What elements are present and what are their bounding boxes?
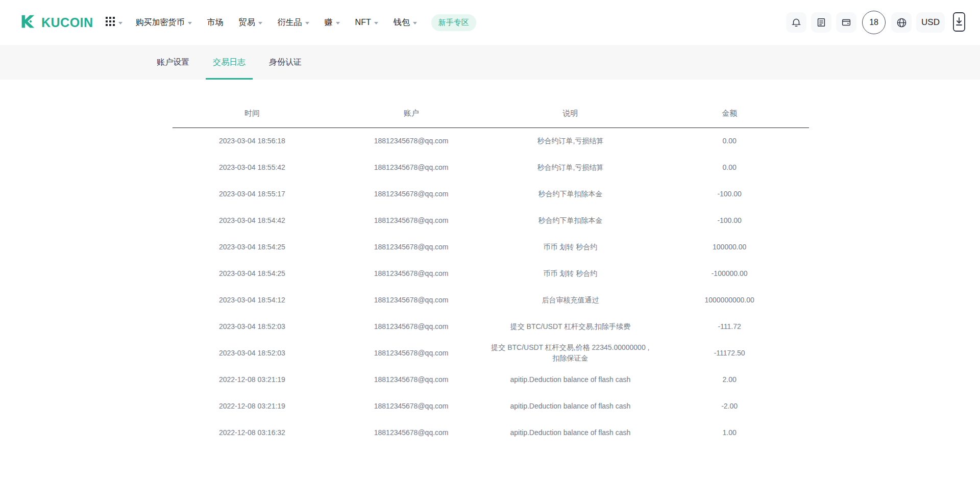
nav-item-2[interactable]: 贸易 (239, 17, 262, 28)
chevron-down-icon (305, 22, 309, 24)
description-cell: 秒合约订单,亏损结算 (491, 154, 650, 181)
table-row: 2023-03-04 18:55:1718812345678@qq.com秒合约… (173, 181, 809, 207)
time-cell: 2022-12-08 03:21:19 (173, 366, 332, 393)
table-row: 2023-03-04 18:54:4218812345678@qq.com秒合约… (173, 207, 809, 234)
bell-icon (791, 17, 802, 28)
table-row: 2023-03-04 18:56:1818812345678@qq.com秒合约… (173, 128, 809, 154)
cell-text: 2.00 (723, 375, 737, 384)
description-cell: 提交 BTC/USDT 杠杆交易,扣除手续费 (491, 313, 650, 340)
cell-text: -100000.00 (712, 269, 748, 277)
nav-item-1[interactable]: 市场 (207, 17, 224, 28)
description-cell: 后台审核充值通过 (491, 287, 650, 313)
table-row: 2023-03-04 18:54:1218812345678@qq.com后台审… (173, 287, 809, 313)
app-download-button[interactable] (951, 11, 967, 35)
nav-item-4[interactable]: 赚 (325, 17, 340, 28)
nav-item-3[interactable]: 衍生品 (278, 17, 309, 28)
cell-text: 18812345678@qq.com (374, 216, 449, 224)
cell-text: apitip.Deduction balance of flash cash (510, 372, 630, 388)
description-cell: 秒合约订单,亏损结算 (491, 128, 650, 154)
table-row: 2022-12-08 03:21:1918812345678@qq.comapi… (173, 393, 809, 419)
tab-1[interactable]: 交易日志 (206, 45, 253, 80)
newbie-zone-badge[interactable]: 新手专区 (431, 14, 476, 31)
column-header: 金额 (650, 100, 809, 128)
cell-text: 18812345678@qq.com (374, 243, 449, 251)
cell-text: 0.00 (723, 137, 737, 145)
description-cell: 币币 划转 秒合约 (491, 234, 650, 260)
assets-button[interactable] (836, 12, 856, 33)
account-cell: 18812345678@qq.com (332, 207, 491, 234)
tab-0[interactable]: 账户设置 (150, 45, 197, 80)
amount-cell: 1000000000.00 (650, 287, 809, 313)
cell-text: 2023-03-04 18:55:17 (219, 190, 285, 198)
cell-text: 秒合约订单,亏损结算 (537, 133, 603, 149)
account-cell: 18812345678@qq.com (332, 154, 491, 181)
description-cell: apitip.Deduction balance of flash cash (491, 393, 650, 419)
cell-text: 后台审核充值通过 (542, 292, 599, 308)
cell-text: 币币 划转 秒合约 (543, 239, 597, 255)
cell-text: 2023-03-04 18:56:18 (219, 137, 285, 145)
account-cell: 18812345678@qq.com (332, 260, 491, 287)
chevron-down-icon (413, 22, 417, 24)
nav-item-label: NFT (355, 18, 371, 27)
cell-text: -100.00 (717, 190, 741, 198)
cell-text: 18812345678@qq.com (374, 322, 449, 331)
nav-item-label: 购买加密货币 (136, 17, 185, 28)
cell-text: 18812345678@qq.com (374, 163, 449, 171)
apps-grid-button[interactable] (106, 17, 122, 29)
nav-item-label: 衍生品 (278, 17, 302, 28)
time-cell: 2022-12-08 03:21:19 (173, 393, 332, 419)
avatar[interactable]: 18 (862, 11, 886, 34)
chevron-down-icon (188, 22, 192, 24)
nav-item-5[interactable]: NFT (355, 18, 378, 27)
time-cell: 2023-03-04 18:54:25 (173, 260, 332, 287)
nav-item-label: 市场 (207, 17, 224, 28)
cell-text: 18812345678@qq.com (374, 428, 449, 437)
tab-bar: 账户设置交易日志身份认证 (0, 45, 980, 80)
time-cell: 2023-03-04 18:52:03 (173, 313, 332, 340)
account-cell: 18812345678@qq.com (332, 287, 491, 313)
chevron-down-icon (258, 22, 262, 24)
language-button[interactable] (891, 12, 912, 33)
cell-text: apitip.Deduction balance of flash cash (510, 398, 630, 414)
time-cell: 2023-03-04 18:55:42 (173, 154, 332, 181)
nav-item-label: 赚 (325, 17, 333, 28)
cell-text: 提交 BTC/USDT 杠杆交易,价格 22345.00000000 ,扣除保证… (491, 340, 650, 366)
table-row: 2023-03-04 18:52:0318812345678@qq.com提交 … (173, 340, 809, 366)
cell-text: 秒合约下单扣除本金 (538, 186, 602, 202)
cell-text: 提交 BTC/USDT 杠杆交易,扣除手续费 (510, 319, 630, 335)
cell-text: 2023-03-04 18:54:25 (219, 243, 285, 251)
chevron-down-icon (374, 22, 378, 24)
cell-text: 18812345678@qq.com (374, 137, 449, 145)
table-row: 2022-12-08 03:16:3218812345678@qq.comapi… (173, 419, 809, 446)
time-cell: 2023-03-04 18:54:42 (173, 207, 332, 234)
amount-cell: 0.00 (650, 154, 809, 181)
nav-item-6[interactable]: 钱包 (394, 17, 417, 28)
cell-text: 2023-03-04 18:54:25 (219, 269, 285, 277)
chevron-down-icon (118, 22, 122, 24)
cell-text: 18812345678@qq.com (374, 269, 449, 277)
account-cell: 18812345678@qq.com (332, 128, 491, 154)
column-header: 说明 (491, 100, 650, 128)
cell-text: 2022-12-08 03:16:32 (219, 428, 285, 437)
account-cell: 18812345678@qq.com (332, 313, 491, 340)
nav-item-label: 钱包 (394, 17, 410, 28)
notifications-button[interactable] (786, 12, 806, 33)
transaction-log-table: 时间账户说明金额 2023-03-04 18:56:1818812345678@… (173, 100, 809, 446)
tab-2[interactable]: 身份认证 (262, 45, 309, 80)
table-header-row: 时间账户说明金额 (173, 100, 809, 128)
orders-button[interactable] (811, 12, 831, 33)
nav-item-0[interactable]: 购买加密货币 (136, 17, 192, 28)
navbar-left: KUCOIN 购买加密货币市场贸易衍生品赚NFT钱包 新手专区 (19, 12, 476, 33)
time-cell: 2023-03-04 18:56:18 (173, 128, 332, 154)
amount-cell: -100.00 (650, 207, 809, 234)
cell-text: 2022-12-08 03:21:19 (219, 375, 285, 384)
column-header: 时间 (173, 100, 332, 128)
document-icon (816, 17, 827, 28)
account-cell: 18812345678@qq.com (332, 234, 491, 260)
chevron-down-icon (336, 22, 340, 24)
kucoin-logo[interactable]: KUCOIN (19, 12, 93, 33)
cell-text: -11172.50 (714, 349, 745, 357)
currency-button[interactable]: USD (916, 12, 945, 33)
main-nav: 购买加密货币市场贸易衍生品赚NFT钱包 (136, 17, 417, 28)
cell-text: -100.00 (717, 216, 741, 224)
